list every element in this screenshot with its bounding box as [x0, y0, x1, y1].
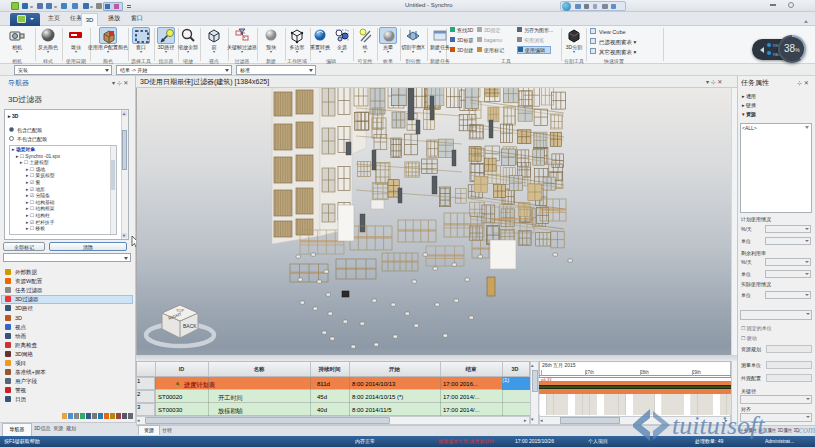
svg-text:TOP: TOP	[176, 308, 184, 313]
svg-text:BACK: BACK	[183, 323, 197, 329]
svg-text:tuituisoft: tuituisoft	[672, 411, 765, 440]
svg-text:.com: .com	[796, 424, 815, 435]
